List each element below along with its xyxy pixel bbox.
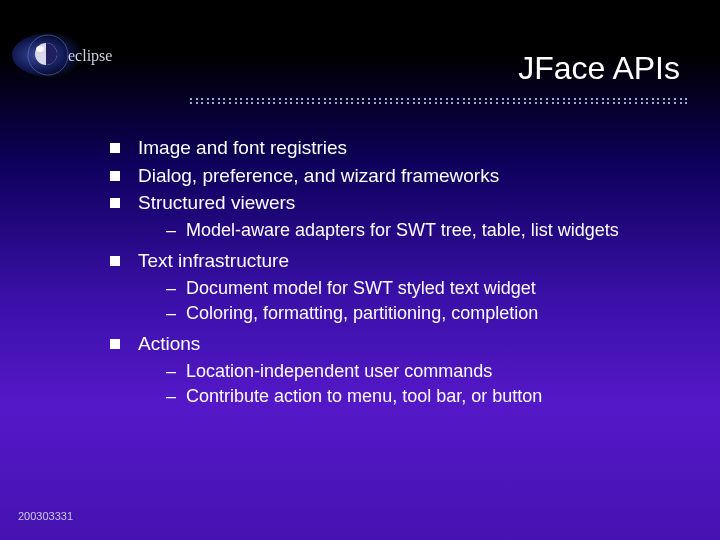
sub-bullet-item: –Coloring, formatting, partitioning, com… [166, 301, 690, 325]
slide: eclipse JFace APIs Image and font regist… [0, 0, 720, 540]
sub-bullet-item: –Contribute action to menu, tool bar, or… [166, 384, 690, 408]
sub-list: –Location-independent user commands–Cont… [166, 359, 690, 409]
sub-bullet-item: –Document model for SWT styled text widg… [166, 276, 690, 300]
bullet-item: Dialog, preference, and wizard framework… [110, 163, 690, 189]
sub-bullet-text: Contribute action to menu, tool bar, or … [186, 384, 542, 408]
sub-bullet-text: Coloring, formatting, partitioning, comp… [186, 301, 538, 325]
square-bullet-icon [110, 256, 120, 266]
bullet-text: Text infrastructure [138, 248, 289, 274]
dash-icon: – [166, 384, 176, 408]
slide-content: Image and font registriesDialog, prefere… [110, 135, 690, 415]
dash-icon: – [166, 301, 176, 325]
square-bullet-icon [110, 339, 120, 349]
logo-text: eclipse [68, 47, 112, 65]
sub-bullet-item: –Model-aware adapters for SWT tree, tabl… [166, 218, 690, 242]
sub-bullet-text: Document model for SWT styled text widge… [186, 276, 536, 300]
square-bullet-icon [110, 143, 120, 153]
bullet-text: Actions [138, 331, 200, 357]
sub-bullet-text: Location-independent user commands [186, 359, 492, 383]
eclipse-logo: eclipse [10, 30, 160, 80]
svg-point-2 [36, 46, 44, 52]
bullet-item: Text infrastructure [110, 248, 690, 274]
dash-icon: – [166, 218, 176, 242]
bullet-text: Dialog, preference, and wizard framework… [138, 163, 499, 189]
square-bullet-icon [110, 171, 120, 181]
title-underline [190, 98, 688, 102]
square-bullet-icon [110, 198, 120, 208]
sub-list: –Model-aware adapters for SWT tree, tabl… [166, 218, 690, 242]
sub-bullet-text: Model-aware adapters for SWT tree, table… [186, 218, 619, 242]
sub-bullet-item: –Location-independent user commands [166, 359, 690, 383]
sub-list: –Document model for SWT styled text widg… [166, 276, 690, 326]
bullet-item: Actions [110, 331, 690, 357]
dash-icon: – [166, 276, 176, 300]
dash-icon: – [166, 359, 176, 383]
bullet-text: Structured viewers [138, 190, 295, 216]
slide-title: JFace APIs [518, 50, 680, 87]
slide-footer: 200303331 [18, 510, 73, 522]
bullet-item: Structured viewers [110, 190, 690, 216]
bullet-item: Image and font registries [110, 135, 690, 161]
bullet-text: Image and font registries [138, 135, 347, 161]
